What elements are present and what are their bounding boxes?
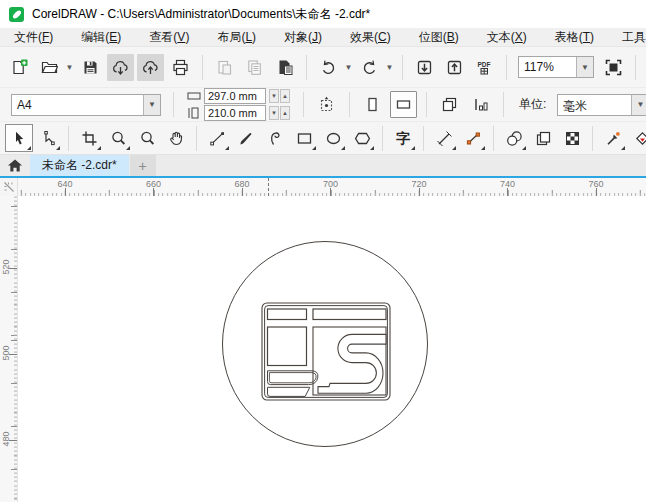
all-pages-button[interactable] [436,91,463,118]
menu-item-7[interactable]: 位图(B) [405,28,473,47]
chevron-down-icon[interactable]: ▼ [143,95,160,115]
zoom-icon [139,130,156,147]
interactive-fill-tool[interactable] [628,124,646,152]
home-tab-button[interactable] [0,155,30,176]
fill-icon [634,130,646,147]
new-document-button[interactable] [6,54,33,81]
page-width-spin-down[interactable]: ▼ [269,89,279,103]
units-select[interactable]: 毫米▼ [557,94,646,116]
menu-item-3[interactable]: 查看(V) [135,28,203,47]
fullscreen-preview-button[interactable] [600,54,627,81]
document-tab[interactable]: 未命名 -2.cdr* [30,155,129,176]
zoom-tool[interactable] [104,124,132,152]
page-height-spin-up[interactable]: ▲ [280,106,290,120]
chevron-down-icon[interactable]: ▼ [576,57,593,77]
paste-button[interactable] [211,54,238,81]
crop-tool[interactable] [75,124,103,152]
brush-icon [238,130,255,147]
freehand-tool[interactable] [203,124,231,152]
menu-item-1[interactable]: 文件(F) [0,28,67,47]
paste-icon [216,59,233,76]
logo-left-square[interactable] [268,327,307,366]
portrait-button[interactable] [359,91,386,118]
clipboard-document-button[interactable] [271,54,298,81]
shape-tool[interactable] [34,124,62,152]
page-width-spin-up[interactable]: ▲ [280,89,290,103]
page-dimensions-button[interactable] [467,91,494,118]
ellipse-tool[interactable] [319,124,347,152]
open-button[interactable] [36,54,63,81]
color-eyedropper-tool[interactable] [599,124,627,152]
redo-button-dropdown-caret[interactable]: ▼ [385,63,394,72]
h-ruler-major-tick [65,188,66,196]
toolbox-separator [382,126,383,151]
pick-tool[interactable] [5,124,33,152]
polygon-tool[interactable] [348,124,376,152]
open-button-dropdown-caret[interactable]: ▼ [65,63,74,72]
chevron-down-icon[interactable]: ▼ [631,95,646,115]
redo-icon [361,59,378,76]
menu-item-8[interactable]: 文本(X) [473,28,541,47]
text-tool[interactable]: 字 [389,124,417,152]
propbar-separator [426,92,427,117]
copy-button[interactable] [241,54,268,81]
connector-tool[interactable] [459,124,487,152]
menu-bar: 文件(F)编辑(E)查看(V)布局(L)对象(J)效果(C)位图(B)文本(X)… [0,28,646,47]
logo-circle-shape[interactable] [223,242,428,447]
undo-button-dropdown-caret[interactable]: ▼ [344,63,353,72]
menu-item-9[interactable]: 表格(T) [541,28,608,47]
curve-tool[interactable] [261,124,289,152]
nudge-offset-button[interactable] [313,91,340,118]
drawing-canvas[interactable] [18,196,646,502]
h-ruler-major-tick [153,188,154,196]
flyout-indicator-icon [97,146,101,150]
undo-button[interactable] [315,54,342,81]
pattern-fill-tool[interactable] [558,124,586,152]
pan-tool[interactable] [162,124,190,152]
new-tab-button[interactable]: + [130,155,156,176]
redo-button[interactable] [356,54,383,81]
rectangle-tool[interactable] [290,124,318,152]
cloud-download-button[interactable] [107,54,134,81]
portrait-icon [364,96,381,113]
logo-trapezoid[interactable] [268,387,310,396]
drop-shadow-tool[interactable] [500,124,528,152]
artistic-media-tool[interactable] [232,124,260,152]
h-ruler-major-tick [419,188,420,196]
page-bars-icon [472,96,489,113]
flyout-indicator-icon [411,146,415,150]
dimension-tool[interactable] [430,124,458,152]
page-width-input[interactable]: 297.0 mm [204,88,266,104]
page-height-input[interactable]: 210.0 mm [204,105,266,121]
pick-icon [11,130,28,147]
property-bar: A4▼297.0 mm▼▲210.0 mm▼▲单位:毫米▼ [0,88,646,122]
menu-item-10[interactable]: 工具(O) [608,28,646,47]
transparency-tool[interactable] [529,124,557,152]
zoom-icon [110,130,127,147]
import-button[interactable] [411,54,438,81]
page-height-spin-down[interactable]: ▼ [269,106,279,120]
new-doc-icon [11,59,28,76]
logo-s-band[interactable] [318,334,386,393]
toolbar-separator [202,55,203,80]
page-size-select[interactable]: A4▼ [11,94,161,116]
ellipse-icon [325,130,342,147]
logo-top-left-bar[interactable] [268,309,307,320]
publish-pdf-button[interactable]: PDF [471,54,498,81]
cloud-upload-button[interactable] [137,54,164,81]
print-button[interactable] [167,54,194,81]
logo-top-right-bar[interactable] [313,309,386,320]
zoom-alt-tool[interactable] [133,124,161,152]
menu-item-2[interactable]: 编辑(E) [67,28,135,47]
menu-item-4[interactable]: 布局(L) [203,28,270,47]
logo-hook-bar-inner[interactable] [269,373,316,383]
menu-item-6[interactable]: 效果(C) [336,28,405,47]
landscape-button[interactable] [390,91,417,118]
checker-icon [564,130,581,147]
toolbar-separator [506,55,507,80]
zoom-level-combobox[interactable]: 117%▼ [518,56,594,78]
export-button[interactable] [441,54,468,81]
ruler-origin-corner[interactable] [0,178,18,196]
menu-item-5[interactable]: 对象(J) [270,28,336,47]
save-button[interactable] [77,54,104,81]
